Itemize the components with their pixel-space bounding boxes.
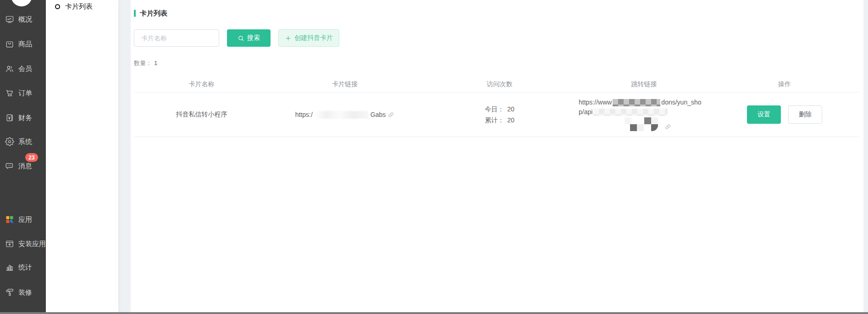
sidebar-item-label: 财务 bbox=[18, 114, 32, 122]
cell-actions: 设置 删除 bbox=[709, 105, 860, 124]
card-name-search-input[interactable] bbox=[134, 29, 219, 47]
sidebar-item-label: 系统 bbox=[18, 138, 32, 146]
install-app-icon bbox=[5, 239, 14, 248]
sidebar-item-apps[interactable]: 应用 bbox=[0, 214, 46, 225]
header-card-name: 卡片名称 bbox=[134, 80, 269, 88]
table-row: 抖音私信转小程序 https:/ Gabs 今日：20 累计：20 bbox=[134, 93, 860, 137]
card-table: 卡片名称 卡片链接 访问次数 跳转链接 操作 抖音私信转小程序 https:/ … bbox=[134, 76, 860, 137]
cell-card-link: https:/ Gabs bbox=[269, 111, 420, 119]
toolbar: 搜索 创建抖音卡片 bbox=[134, 29, 860, 47]
sidebar-item-label: 概况 bbox=[18, 15, 32, 24]
sidebar-item-members[interactable]: 会员 bbox=[0, 63, 46, 74]
visits-today-line: 今日：20 bbox=[485, 105, 514, 113]
message-icon bbox=[5, 161, 14, 171]
overview-icon bbox=[5, 15, 14, 24]
sidebar-item-finance[interactable]: 财务 bbox=[0, 112, 46, 123]
header-visit-count: 访问次数 bbox=[420, 80, 579, 88]
sidebar-item-messages[interactable]: 消息 23 bbox=[0, 160, 46, 171]
sidebar-item-decorate[interactable]: 装修 bbox=[0, 287, 46, 298]
sidebar-item-system[interactable]: 系统 bbox=[0, 136, 46, 147]
sidebar-item-overview[interactable]: 概况 bbox=[0, 14, 46, 25]
card-link-suffix: Gabs bbox=[370, 111, 386, 118]
submenu-panel: 卡片列表 bbox=[46, 0, 118, 312]
header-jump-link: 跳转链接 bbox=[579, 80, 709, 88]
sidebar-item-label: 消息 bbox=[18, 162, 32, 171]
sidebar-item-label: 会员 bbox=[18, 65, 32, 73]
finance-icon bbox=[5, 113, 14, 122]
members-icon bbox=[5, 64, 14, 73]
visits-today-value: 20 bbox=[507, 105, 514, 113]
plus-icon bbox=[285, 35, 292, 42]
redacted-mosaic bbox=[593, 109, 668, 116]
decorate-roller-icon bbox=[5, 288, 14, 297]
main-sidebar: 概况 商品 会员 订单 财务 系统 消息 23 应用 安装应用 统计 装 bbox=[0, 0, 46, 312]
copy-link-icon[interactable] bbox=[387, 111, 394, 118]
sidebar-item-goods[interactable]: 商品 bbox=[0, 39, 46, 50]
content-card: 卡片列表 搜索 创建抖音卡片 数量：1 卡片名称 卡片链接 访问次数 跳转链接 … bbox=[131, 0, 863, 312]
title-accent-bar bbox=[134, 10, 136, 17]
sidebar-item-label: 装修 bbox=[18, 288, 32, 297]
card-link-prefix: https:/ bbox=[295, 111, 313, 118]
settings-button[interactable]: 设置 bbox=[747, 105, 781, 124]
delete-button[interactable]: 删除 bbox=[788, 105, 822, 124]
count-value: 1 bbox=[154, 60, 157, 66]
count-row: 数量：1 bbox=[134, 59, 860, 67]
window-bottom-edge bbox=[0, 312, 868, 314]
cell-visit-count: 今日：20 累计：20 bbox=[420, 104, 579, 126]
cell-card-name: 抖音私信转小程序 bbox=[134, 110, 269, 119]
redacted-mosaic bbox=[625, 117, 663, 132]
sidebar-item-label: 统计 bbox=[18, 263, 32, 272]
jump-link-line2: p/api bbox=[579, 107, 709, 117]
visits-total-value: 20 bbox=[507, 116, 514, 124]
sidebar-item-stats[interactable]: 统计 bbox=[0, 262, 46, 273]
table-header-row: 卡片名称 卡片链接 访问次数 跳转链接 操作 bbox=[134, 76, 860, 93]
redacted-mosaic bbox=[613, 99, 660, 106]
orders-icon bbox=[5, 88, 14, 98]
cell-jump-link: https://www dons/yun_sho p/api bbox=[579, 98, 709, 132]
sidebar-item-install-apps[interactable]: 安装应用 bbox=[0, 238, 46, 249]
sidebar-item-label: 订单 bbox=[18, 89, 32, 98]
copy-link-icon[interactable] bbox=[664, 122, 671, 132]
count-label: 数量： bbox=[134, 60, 152, 66]
sidebar-item-label: 安装应用 bbox=[18, 240, 46, 248]
submenu-item-card-list[interactable]: 卡片列表 bbox=[46, 0, 118, 11]
sidebar-item-label: 应用 bbox=[18, 215, 32, 224]
apps-icon bbox=[5, 215, 14, 224]
sidebar-item-label: 商品 bbox=[18, 40, 32, 49]
system-gear-icon bbox=[5, 137, 14, 146]
jump-link-line1: https://www dons/yun_sho bbox=[579, 98, 709, 107]
goods-icon bbox=[5, 39, 14, 49]
avatar[interactable] bbox=[11, 0, 32, 6]
message-count-badge: 23 bbox=[25, 153, 38, 162]
submenu-item-label: 卡片列表 bbox=[65, 2, 93, 11]
redacted-blur bbox=[315, 111, 369, 119]
page-title: 卡片列表 bbox=[140, 9, 167, 18]
search-icon bbox=[238, 35, 244, 42]
page-title-row: 卡片列表 bbox=[134, 9, 860, 17]
sidebar-item-orders[interactable]: 订单 bbox=[0, 88, 46, 99]
search-button[interactable]: 搜索 bbox=[227, 29, 271, 47]
search-button-label: 搜索 bbox=[247, 34, 260, 42]
header-actions: 操作 bbox=[709, 80, 860, 88]
visits-total-line: 累计：20 bbox=[485, 116, 514, 124]
jump-link-line3 bbox=[625, 117, 709, 132]
create-douyin-card-button[interactable]: 创建抖音卡片 bbox=[278, 29, 339, 47]
radio-circle-icon bbox=[55, 4, 60, 9]
header-card-link: 卡片链接 bbox=[269, 80, 420, 88]
stats-icon bbox=[5, 263, 14, 272]
create-button-label: 创建抖音卡片 bbox=[294, 34, 333, 42]
